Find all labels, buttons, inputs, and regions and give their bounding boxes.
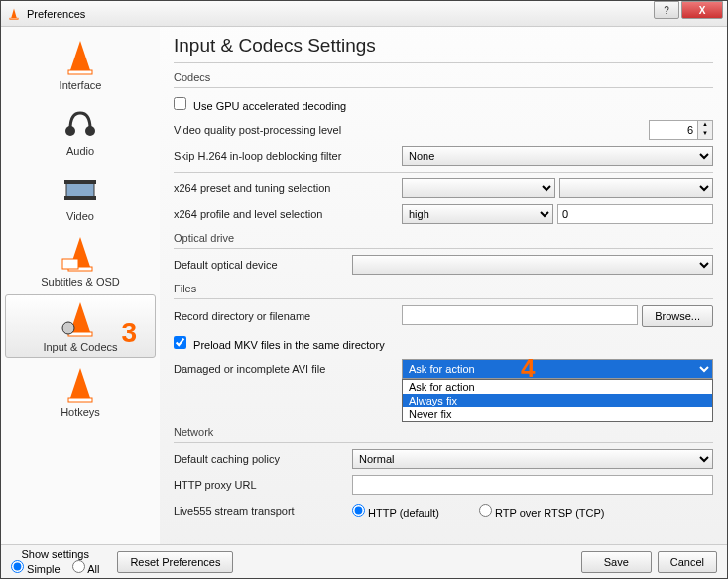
- avi-option[interactable]: Never fix: [403, 407, 712, 421]
- spin-down-icon[interactable]: ▼: [698, 130, 712, 139]
- x264-preset-label: x264 preset and tuning selection: [174, 182, 402, 194]
- live555-label: Live555 stream transport: [174, 505, 352, 517]
- close-button[interactable]: X: [681, 1, 723, 19]
- titlebar: Preferences ? X: [1, 1, 727, 27]
- preferences-window: Preferences ? X Interface Audio Video Su…: [0, 0, 728, 579]
- optical-label: Default optical device: [174, 259, 352, 271]
- svg-point-14: [62, 322, 74, 334]
- preload-checkbox-label[interactable]: Preload MKV files in the same directory: [174, 336, 385, 351]
- simple-radio-label[interactable]: Simple: [11, 560, 61, 575]
- proxy-label: HTTP proxy URL: [174, 479, 352, 491]
- subtitles-icon: [61, 234, 100, 274]
- live555-rtp-radio[interactable]: [479, 504, 492, 517]
- input-codecs-icon: [61, 299, 100, 339]
- live555-rtp-radio-label[interactable]: RTP over RTSP (TCP): [479, 504, 605, 519]
- avi-select[interactable]: Ask for action: [402, 359, 713, 379]
- all-radio[interactable]: [72, 560, 85, 573]
- interface-icon: [61, 38, 100, 77]
- x264-level-input[interactable]: [557, 204, 713, 224]
- sidebar-item-label: Input & Codecs: [43, 341, 117, 353]
- vq-input[interactable]: [649, 120, 698, 140]
- save-button[interactable]: Save: [581, 551, 652, 573]
- sidebar-item-audio[interactable]: Audio: [5, 98, 156, 162]
- help-button[interactable]: ?: [654, 1, 679, 19]
- avi-dropdown-list[interactable]: Ask for action Always fix Never fix: [402, 379, 713, 422]
- main-panel: Input & Codecs Settings Codecs Use GPU a…: [160, 27, 727, 544]
- svg-point-4: [65, 126, 75, 136]
- record-label: Record directory or filename: [174, 310, 402, 322]
- cancel-button[interactable]: Cancel: [658, 551, 717, 573]
- avi-label: Damaged or incomplete AVI file: [174, 363, 402, 375]
- sidebar-item-label: Audio: [66, 145, 94, 157]
- vlc-cone-icon: [7, 7, 21, 21]
- svg-rect-6: [66, 182, 94, 198]
- show-settings-label: Show settings: [21, 548, 88, 560]
- section-network: Network Default caching policy Normal HT…: [174, 426, 713, 521]
- window-title: Preferences: [27, 8, 85, 20]
- simple-radio[interactable]: [11, 560, 24, 573]
- vq-label: Video quality post-processing level: [174, 124, 402, 136]
- proxy-input[interactable]: [352, 475, 713, 495]
- sidebar-item-video[interactable]: Video: [5, 164, 156, 227]
- avi-option[interactable]: Always fix: [403, 394, 712, 407]
- optical-select[interactable]: [352, 255, 713, 275]
- section-title: Optical drive: [174, 232, 713, 244]
- svg-point-5: [85, 126, 95, 136]
- record-input[interactable]: [402, 305, 638, 325]
- skip-label: Skip H.264 in-loop deblocking filter: [174, 150, 402, 162]
- svg-marker-2: [70, 41, 90, 70]
- skip-select[interactable]: None: [402, 146, 713, 166]
- all-radio-label[interactable]: All: [72, 560, 100, 575]
- sidebar-item-label: Interface: [60, 79, 102, 91]
- annotation-3: 3: [121, 317, 137, 349]
- vq-spinner[interactable]: ▲▼: [649, 120, 713, 140]
- footer: Show settings Simple All Reset Preferenc…: [1, 544, 727, 578]
- sidebar-item-interface[interactable]: Interface: [5, 33, 156, 96]
- x264-profile-select[interactable]: high: [402, 204, 553, 224]
- sidebar-item-input-codecs[interactable]: Input & Codecs 3: [5, 294, 156, 358]
- svg-marker-15: [70, 368, 90, 398]
- gpu-checkbox-label[interactable]: Use GPU accelerated decoding: [174, 97, 346, 112]
- sidebar: Interface Audio Video Subtitles & OSD In…: [1, 27, 160, 544]
- x264-tuning-select[interactable]: [559, 178, 713, 198]
- caching-select[interactable]: Normal: [352, 449, 713, 469]
- caching-label: Default caching policy: [174, 453, 352, 465]
- audio-icon: [61, 103, 100, 143]
- page-title: Input & Codecs Settings: [174, 35, 713, 57]
- live555-http-radio-label[interactable]: HTTP (default): [352, 504, 439, 519]
- section-title: Files: [174, 283, 713, 294]
- section-files: Files Record directory or filename Brows…: [174, 283, 713, 379]
- svg-rect-1: [10, 18, 18, 19]
- sidebar-item-label: Subtitles & OSD: [41, 276, 119, 288]
- x264-profile-label: x264 profile and level selection: [174, 208, 402, 220]
- svg-rect-3: [68, 70, 92, 74]
- reset-preferences-button[interactable]: Reset Preferences: [117, 551, 233, 573]
- svg-rect-7: [64, 180, 96, 184]
- x264-preset-select[interactable]: [402, 178, 555, 198]
- section-title: Codecs: [174, 71, 713, 83]
- video-icon: [61, 169, 100, 208]
- svg-rect-11: [62, 259, 78, 269]
- sidebar-item-label: Hotkeys: [61, 406, 100, 418]
- avi-option[interactable]: Ask for action: [403, 380, 712, 394]
- sidebar-item-subtitles[interactable]: Subtitles & OSD: [5, 229, 156, 292]
- sidebar-item-label: Video: [66, 210, 94, 222]
- svg-rect-16: [68, 398, 92, 402]
- live555-http-radio[interactable]: [352, 504, 365, 517]
- section-optical: Optical drive Default optical device: [174, 232, 713, 275]
- spin-up-icon[interactable]: ▲: [698, 121, 712, 130]
- section-title: Network: [174, 426, 713, 438]
- sidebar-item-hotkeys[interactable]: Hotkeys: [5, 360, 156, 423]
- svg-marker-0: [11, 8, 17, 18]
- browse-button[interactable]: Browse...: [642, 305, 713, 327]
- section-codecs: Codecs Use GPU accelerated decoding Vide…: [174, 71, 713, 224]
- preload-checkbox[interactable]: [174, 336, 186, 349]
- hotkeys-icon: [61, 365, 100, 405]
- svg-rect-8: [64, 196, 96, 200]
- annotation-4: 4: [521, 353, 535, 384]
- gpu-checkbox[interactable]: [174, 97, 186, 110]
